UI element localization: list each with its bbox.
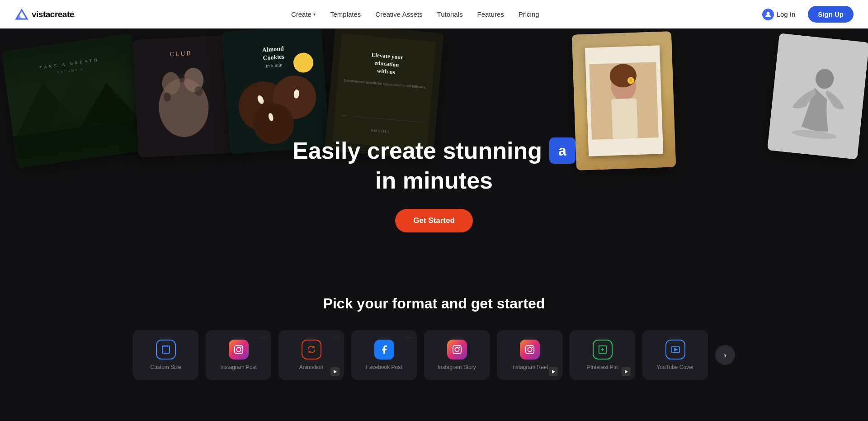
instagram-icon bbox=[234, 345, 244, 355]
format-card-pinterest[interactable]: Pinterest Pin bbox=[570, 330, 635, 380]
instagram-story-icon bbox=[452, 345, 462, 355]
play-badge-icon bbox=[549, 367, 558, 376]
pin-icon bbox=[598, 345, 608, 355]
logo-icon bbox=[14, 8, 29, 21]
animation-label: Animation bbox=[299, 364, 323, 370]
svg-point-40 bbox=[609, 63, 637, 88]
svg-text:TAKE A BREATH: TAKE A BREATH bbox=[39, 57, 99, 70]
svg-text:in 5 min: in 5 min bbox=[266, 62, 283, 69]
svg-marker-4 bbox=[6, 77, 85, 141]
svg-rect-54 bbox=[525, 345, 533, 354]
play-badge-icon bbox=[622, 367, 631, 376]
format-card-instagram-story[interactable]: Instagram Story bbox=[424, 330, 490, 380]
instagram-story-label: Instagram Story bbox=[438, 364, 476, 370]
logo-text: vistacreate. bbox=[32, 9, 75, 19]
svg-point-12 bbox=[157, 77, 210, 138]
nav-features[interactable]: Features bbox=[471, 7, 510, 22]
facebook-post-label: Facebook Post bbox=[366, 364, 402, 370]
format-card-facebook[interactable]: ··· Facebook Post bbox=[351, 330, 417, 380]
instagram-post-label: Instagram Post bbox=[220, 364, 257, 370]
hero-card-2: CLUB bbox=[132, 35, 233, 158]
format-card-instagram-post[interactable]: ··· Instagram Post bbox=[206, 330, 271, 380]
next-formats-button[interactable]: › bbox=[715, 345, 735, 365]
nav-tutorials[interactable]: Tutorials bbox=[431, 7, 469, 22]
chevron-down-icon: ▾ bbox=[313, 12, 316, 17]
get-started-button[interactable]: Get Started bbox=[395, 209, 473, 232]
animation-icon bbox=[302, 340, 321, 360]
mountain-illustration: TAKE A BREATH VOLUME 6 bbox=[1, 33, 147, 168]
hero-title-row1: Easily create stunning a bbox=[292, 137, 576, 165]
logo[interactable]: vistacreate. bbox=[14, 8, 75, 21]
hero-subtitle: in minutes bbox=[375, 166, 493, 194]
hero-content: Easily create stunning a in minutes Get … bbox=[292, 46, 576, 251]
custom-size-icon bbox=[156, 340, 176, 360]
svg-rect-39 bbox=[611, 98, 638, 139]
svg-rect-46 bbox=[162, 346, 170, 353]
nav-templates[interactable]: Templates bbox=[324, 7, 367, 22]
nav-creative-assets[interactable]: Creative Assets bbox=[369, 7, 429, 22]
youtube-label: YouTube Cover bbox=[656, 364, 694, 370]
facebook-post-icon bbox=[374, 340, 394, 360]
nav-pricing[interactable]: Pricing bbox=[512, 7, 546, 22]
svg-point-55 bbox=[528, 347, 532, 351]
pinterest-label: Pinterest Pin bbox=[587, 364, 618, 370]
svg-text:Cookies: Cookies bbox=[263, 53, 285, 61]
dots-icon: ··· bbox=[333, 334, 340, 341]
svg-text:VOLUME 6: VOLUME 6 bbox=[57, 67, 84, 75]
user-icon bbox=[762, 9, 774, 20]
signup-button[interactable]: Sign Up bbox=[808, 6, 854, 23]
pinterest-icon bbox=[593, 340, 613, 360]
youtube-icon bbox=[665, 340, 685, 360]
navbar: vistacreate. Create ▾ Templates Creative… bbox=[0, 0, 868, 28]
svg-point-15 bbox=[164, 92, 171, 102]
svg-rect-37 bbox=[589, 62, 659, 140]
navbar-left: vistacreate. bbox=[14, 8, 75, 21]
svg-rect-10 bbox=[132, 35, 233, 158]
svg-point-27 bbox=[268, 113, 274, 122]
svg-rect-47 bbox=[234, 345, 242, 354]
format-title: Pick your format and get started bbox=[0, 295, 868, 312]
resize-icon bbox=[160, 344, 171, 355]
format-card-animation[interactable]: ··· Animation bbox=[278, 330, 344, 380]
user-avatar-icon bbox=[764, 11, 772, 18]
login-button[interactable]: Log In bbox=[755, 5, 803, 24]
play-icon bbox=[333, 369, 337, 374]
svg-rect-43 bbox=[767, 33, 868, 159]
svg-marker-5 bbox=[32, 62, 131, 137]
polaroid-photo bbox=[585, 45, 663, 156]
format-card-instagram-reel[interactable]: Instagram Reel bbox=[497, 330, 562, 380]
svg-point-45 bbox=[792, 128, 837, 140]
svg-marker-6 bbox=[71, 78, 144, 132]
svg-rect-3 bbox=[1, 33, 147, 168]
svg-point-56 bbox=[531, 347, 533, 348]
svg-marker-50 bbox=[334, 370, 337, 374]
play-icon bbox=[551, 369, 556, 374]
hero-card-1: TAKE A BREATH VOLUME 6 bbox=[1, 33, 147, 168]
navbar-right: Log In Sign Up bbox=[755, 5, 854, 24]
format-card-custom[interactable]: Custom Size bbox=[133, 330, 198, 380]
custom-size-label: Custom Size bbox=[150, 364, 181, 370]
format-section: Pick your format and get started Custom … bbox=[0, 268, 868, 380]
nav-create[interactable]: Create ▾ bbox=[285, 7, 322, 22]
youtube-cover-icon bbox=[670, 345, 680, 355]
svg-point-25 bbox=[256, 95, 265, 105]
format-card-youtube[interactable]: YouTube Cover bbox=[642, 330, 708, 380]
typing-box: a bbox=[549, 137, 576, 164]
svg-point-44 bbox=[815, 68, 835, 90]
svg-point-53 bbox=[458, 347, 460, 348]
svg-point-16 bbox=[194, 86, 203, 96]
hero-card-6 bbox=[767, 33, 868, 159]
instagram-reel-label: Instagram Reel bbox=[511, 364, 548, 370]
svg-text:CLUB: CLUB bbox=[170, 50, 192, 58]
svg-rect-7 bbox=[14, 118, 148, 168]
format-cards-row: Custom Size ··· Instagram Post ··· bbox=[0, 330, 868, 380]
svg-point-38 bbox=[610, 71, 637, 101]
instagram-story-icon bbox=[447, 340, 467, 360]
hero-section: TAKE A BREATH VOLUME 6 CLUB bbox=[0, 28, 868, 268]
person-photo bbox=[589, 51, 659, 151]
svg-point-49 bbox=[240, 347, 241, 348]
instagram-reel-icon bbox=[525, 345, 535, 355]
main-nav: Create ▾ Templates Creative Assets Tutor… bbox=[285, 7, 546, 22]
svg-point-14 bbox=[183, 67, 204, 93]
instagram-reel-icon bbox=[520, 340, 540, 360]
